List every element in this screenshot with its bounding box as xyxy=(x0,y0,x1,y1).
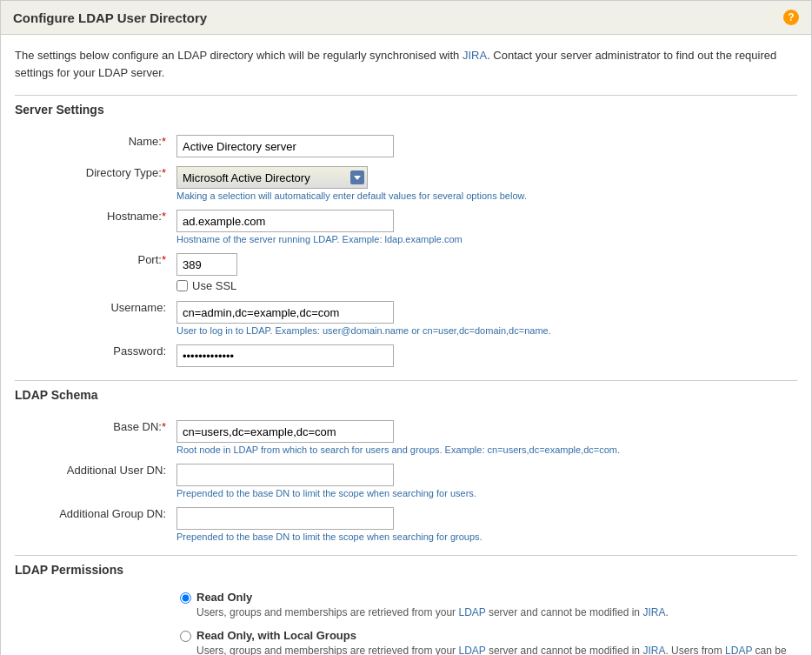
read-only-hint: Users, groups and memberships are retrie… xyxy=(196,605,669,620)
additional-user-dn-input[interactable] xyxy=(176,464,394,486)
base-dn-input[interactable] xyxy=(176,420,394,443)
password-input[interactable] xyxy=(176,344,394,367)
base-dn-required: * xyxy=(162,420,166,433)
additional-user-dn-label: Additional User DN: xyxy=(15,459,171,503)
ldap-permissions-section: Read Only Users, groups and memberships … xyxy=(15,591,797,655)
hostname-hint: Hostname of the server running LDAP. Exa… xyxy=(176,234,792,244)
read-only-local-row: Read Only, with Local Groups Users, grou… xyxy=(180,629,797,655)
port-required: * xyxy=(162,253,166,266)
hostname-required: * xyxy=(162,210,166,223)
read-only-block: Read Only Users, groups and memberships … xyxy=(180,591,797,620)
hostname-row: Hostname:* Hostname of the server runnin… xyxy=(15,205,797,249)
additional-user-dn-input-cell: Prepended to the base DN to limit the sc… xyxy=(171,459,797,503)
jira-link[interactable]: JIRA xyxy=(463,49,487,62)
username-label: Username: xyxy=(15,297,171,340)
dir-type-input-cell: Microsoft Active Directory Making a sele… xyxy=(171,162,797,205)
ldap-link-ro[interactable]: LDAP xyxy=(458,606,485,618)
port-label: Port:* xyxy=(15,249,171,297)
ldap-permissions-header: LDAP Permissions xyxy=(15,555,797,582)
additional-group-dn-input-cell: Prepended to the base DN to limit the sc… xyxy=(171,503,797,546)
dir-type-select-wrapper: Microsoft Active Directory xyxy=(176,166,368,189)
hostname-label: Hostname:* xyxy=(15,205,171,249)
username-input-cell: User to log in to LDAP. Examples: user@d… xyxy=(171,297,797,340)
read-only-local-block: Read Only, with Local Groups Users, grou… xyxy=(180,629,797,655)
ldap-link-rol[interactable]: LDAP xyxy=(458,645,485,655)
read-only-label: Read Only xyxy=(196,591,669,604)
limit-link[interactable]: limit the scope xyxy=(303,531,364,542)
help-icon[interactable]: ? xyxy=(783,10,799,25)
read-only-radio[interactable] xyxy=(180,592,191,604)
page-title: Configure LDAP User Directory xyxy=(13,10,207,25)
base-dn-hint: Root node in LDAP from which to search f… xyxy=(176,444,792,455)
password-label: Password: xyxy=(15,340,171,371)
base-dn-row: Base DN:* Root node in LDAP from which t… xyxy=(15,416,797,459)
name-input-cell xyxy=(171,130,797,162)
name-required: * xyxy=(162,135,166,148)
dir-type-required: * xyxy=(162,166,166,179)
additional-group-dn-input[interactable] xyxy=(176,507,394,530)
jira-link-rol[interactable]: JIRA xyxy=(642,645,665,655)
hostname-input[interactable] xyxy=(176,210,394,232)
groups-link[interactable]: groups xyxy=(410,444,440,455)
port-row: Port:* Use SSL xyxy=(15,249,797,297)
configure-ldap-page: Configure LDAP User Directory ? The sett… xyxy=(0,0,812,655)
additional-group-dn-hint: Prepended to the base DN to limit the sc… xyxy=(176,531,792,542)
ldap-schema-header: LDAP Schema xyxy=(15,380,797,407)
password-row: Password: xyxy=(15,340,797,371)
ldap-link-base[interactable]: LDAP xyxy=(233,444,258,455)
jira-link-ro[interactable]: JIRA xyxy=(642,606,665,618)
port-input-cell: Use SSL xyxy=(171,249,797,297)
additional-user-dn-hint: Prepended to the base DN to limit the sc… xyxy=(176,488,792,498)
server-settings-form: Name:* Directory Type:* Microsoft Active… xyxy=(15,130,797,371)
username-row: Username: User to log in to LDAP. Exampl… xyxy=(15,297,797,340)
ldap-schema-form: Base DN:* Root node in LDAP from which t… xyxy=(15,416,797,546)
ldap-link-hostname[interactable]: LDAP xyxy=(313,234,336,244)
page-header: Configure LDAP User Directory ? xyxy=(1,1,811,35)
ldap-link-rol2[interactable]: LDAP xyxy=(725,645,752,655)
ssl-row: Use SSL xyxy=(176,279,792,292)
read-only-row: Read Only Users, groups and memberships … xyxy=(180,591,797,620)
dir-type-select[interactable]: Microsoft Active Directory xyxy=(176,166,368,189)
name-label: Name:* xyxy=(15,130,171,162)
dir-type-hint: Making a selection will automatically en… xyxy=(176,190,792,201)
dir-type-row: Directory Type:* Microsoft Active Direct… xyxy=(15,162,797,205)
read-only-local-radio[interactable] xyxy=(180,631,191,642)
server-settings-header: Server Settings xyxy=(15,95,797,122)
page-content: The settings below configure an LDAP dir… xyxy=(1,35,811,655)
ssl-checkbox[interactable] xyxy=(176,280,188,291)
read-only-local-hint: Users, groups and memberships are retrie… xyxy=(196,644,797,655)
username-input[interactable] xyxy=(176,301,394,324)
base-dn-label: Base DN:* xyxy=(15,416,171,459)
name-input[interactable] xyxy=(176,135,394,157)
password-input-cell xyxy=(171,340,797,371)
additional-user-dn-row: Additional User DN: Prepended to the bas… xyxy=(15,459,797,503)
username-hint: User to log in to LDAP. Examples: user@d… xyxy=(176,325,792,336)
dir-type-label: Directory Type:* xyxy=(15,162,171,205)
additional-group-dn-row: Additional Group DN: Prepended to the ba… xyxy=(15,503,797,546)
users-link[interactable]: users xyxy=(365,444,389,455)
read-only-local-label: Read Only, with Local Groups xyxy=(196,629,797,642)
base-dn-input-cell: Root node in LDAP from which to search f… xyxy=(171,416,797,459)
additional-group-dn-label: Additional Group DN: xyxy=(15,503,171,546)
name-row: Name:* xyxy=(15,130,797,162)
port-input[interactable] xyxy=(176,253,237,276)
intro-text: The settings below configure an LDAP dir… xyxy=(15,47,797,81)
hostname-input-cell: Hostname of the server running LDAP. Exa… xyxy=(171,205,797,249)
ldap-link-username[interactable]: LDAP xyxy=(246,325,270,336)
ssl-label: Use SSL xyxy=(192,279,236,292)
